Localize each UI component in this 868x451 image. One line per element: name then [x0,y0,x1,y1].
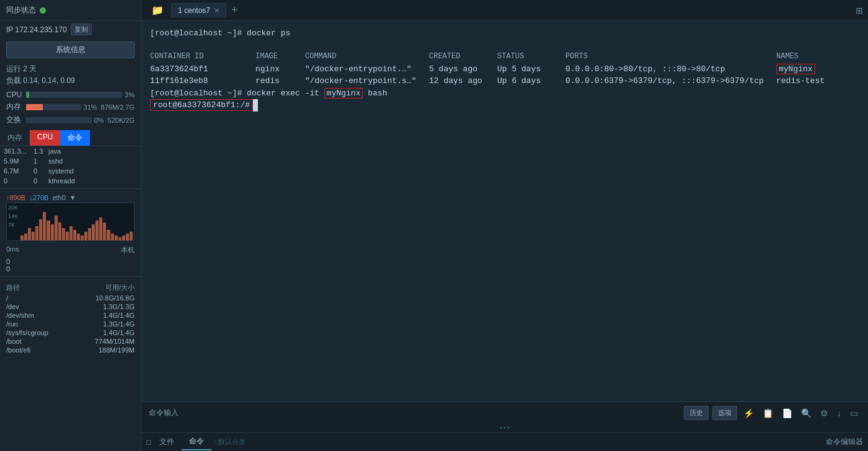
table-row: 5.9M 1 sshd [0,156,141,166]
add-tab-button[interactable]: + [226,4,243,17]
proc-name: kthreadd [48,177,137,185]
cmd-editor-label: 命令编辑器 [826,437,863,447]
header-command: COMMAND [305,51,429,62]
list-item: /sys/fs/cgroup 1.4G/1.4G [6,328,135,337]
history-button[interactable]: 历史 [684,406,709,420]
disk-path: /sys/fs/cgroup [6,329,48,336]
row2-name: redis-test [776,76,825,85]
proc-cpu: 1.3 [33,147,48,155]
mem-bar-wrap [26,104,81,110]
row2-ports: 0.0.0.0:6379->6379/tcp, :::6379->6379/tc… [565,75,776,87]
mem-bar [26,104,43,110]
terminal-header-row [150,40,859,51]
sync-dot [40,7,46,14]
terminal-area[interactable]: [root@localhost ~]# docker ps CONTAINER … [141,21,868,401]
exec-rest: bash [363,89,387,98]
folder-icon-button[interactable]: 📁 [146,2,169,19]
row1-created: 5 days ago [429,63,497,76]
disk-header: 路径 可用/大小 [6,282,135,294]
list-item: /boot 774M/1014M [6,337,135,346]
mem-val: 876M/2.7G [101,103,135,111]
mem-pct-label: 31% [84,103,97,111]
folder-small-icon: □ [146,438,151,447]
sync-status: 同步状态 [0,0,141,21]
separator-dots: • • • [141,424,868,432]
latency-row: 0ms 本机 [0,243,141,256]
load-label: 负载 0.14, 0.14, 0.09 [6,75,135,87]
sys-info-button[interactable]: 系统信息 [6,42,135,58]
header-status: STATUS [497,51,565,62]
swap-label: 交换 [6,115,24,125]
net-dropdown-icon[interactable]: ▼ [69,194,76,201]
chart-label-7k: 7K [8,222,15,228]
row1-ports: 0.0.0.0:80->80/tcp, :::80->80/tcp [565,63,776,76]
grid-layout-icon[interactable]: ⊞ [856,6,863,15]
row2-cmd: "/docker-entrypoint.s…" [305,75,429,87]
tab-files[interactable]: 文件 [152,434,182,450]
default-category-label: □默认分类 [214,437,246,447]
local-label: 本机 [121,245,135,255]
lightning-icon-button[interactable]: ⚡ [741,407,756,419]
proc-mem: 361.3... [4,147,33,155]
disk-avail: 188M/199M [99,346,135,354]
proc-name: java [48,147,137,155]
close-tab-icon[interactable]: ✕ [214,7,219,15]
row1-cmd: "/docker-entrypoint.…" [305,63,429,76]
disk-avail: 1.3G/1.4G [103,320,135,328]
net-chart: 20K 14K 7K [6,203,135,241]
header-created: CREATED [429,51,497,62]
copy-icon-button[interactable]: 📋 [760,407,776,419]
download-icon-button[interactable]: ↓ [835,407,844,419]
bottom-toolbar: 命令输入 历史 选项 ⚡ 📋 📄 🔍 ⚙ ↓ ▭ [141,401,868,424]
window-icon-button[interactable]: ▭ [848,407,861,419]
mem-label: 内存 [6,102,24,112]
tab-cmd[interactable]: 命令 [60,130,90,146]
terminal-header-row-text: CONTAINER IDIMAGECOMMANDCREATEDSTATUSPOR… [150,51,859,62]
header-image: IMAGE [255,51,305,62]
uptime-label: 运行 2 天 [6,63,135,75]
swap-val: 520K/2G [108,116,135,124]
sync-label: 同步状态 [6,5,36,15]
options-button[interactable]: 选项 [712,406,737,420]
disk-avail: 774M/1014M [95,338,135,345]
tab-mem[interactable]: 内存 [0,130,30,146]
ip-label: IP 172.24.235.170 [6,25,67,34]
proc-mem: 5.9M [4,157,33,165]
proc-cpu: 0 [33,167,48,175]
terminal-line: [root@localhost ~]# docker ps [150,27,859,40]
copy-ip-button[interactable]: 复制 [71,24,92,35]
cmd-text: docker ps [247,28,290,38]
disk-col-avail: 可用/大小 [105,283,135,292]
row1-id: 6a3373624bf1 [150,63,255,76]
search-icon-button[interactable]: 🔍 [799,407,814,419]
terminal-tab[interactable]: 1 centos7 ✕ [171,3,226,17]
header-ports: PORTS [565,51,776,62]
tab-cpu[interactable]: CPU [30,130,60,146]
net-iface: eth0 [52,194,65,201]
list-item: / 10.8G/16.8G [6,294,135,302]
proc-mem: 6.7M [4,167,33,175]
row2-status: Up 6 days [497,75,565,87]
cpu-bar-wrap [26,92,122,98]
terminal-row-1: 6a3373624bf1nginx"/docker-entrypoint.…"5… [150,63,859,76]
disk-path: /run [6,320,18,328]
disk-path: /boot [6,338,21,345]
paste-icon-button[interactable]: 📄 [779,407,795,419]
terminal-exec-line: [root@localhost ~]# docker exec -it myNg… [150,87,859,100]
row2-id: 11ff161e3eb8 [150,75,255,87]
row1-image: nginx [255,63,305,76]
proc-name: systemd [48,167,137,175]
row1-name-highlight: myNginx [776,64,815,74]
chart-label-20k: 20K [8,204,18,211]
settings-icon-button[interactable]: ⚙ [818,407,831,419]
process-table: 361.3... 1.3 java 5.9M 1 sshd 6.7M 0 sys… [0,146,141,186]
net-section: ↑890B ↓270B eth0 ▼ 20K 14K 7K [0,191,141,243]
tab-commands[interactable]: 命令 [182,434,211,450]
cpu-label: CPU [6,90,24,99]
net-down: ↓270B [29,194,48,201]
terminal-cursor-line: root@6a3373624bf1:/# [150,99,859,112]
list-item: /dev 1.3G/1.3G [6,302,135,311]
row1-status: Up 5 days [497,63,565,76]
net-nums: 0 0 [0,256,141,274]
info-section: 运行 2 天 负载 0.14, 0.14, 0.09 [0,61,141,89]
